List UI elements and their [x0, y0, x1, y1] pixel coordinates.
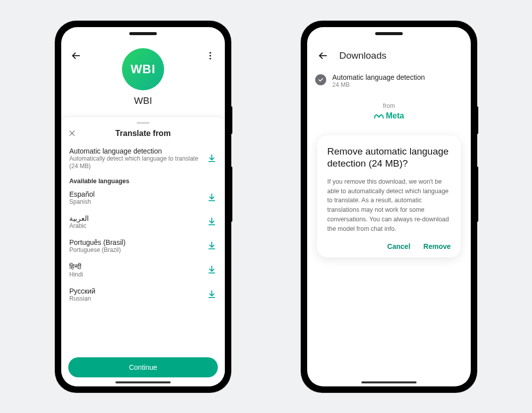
download-item-row[interactable]: Automatic language detection 24 MB — [307, 68, 471, 90]
language-native: Español — [69, 190, 207, 198]
back-arrow-icon[interactable] — [68, 48, 83, 63]
avatar: WBI — [122, 48, 164, 90]
from-label: from — [307, 102, 471, 109]
back-arrow-icon[interactable] — [315, 48, 330, 63]
language-english: Arabic — [69, 222, 207, 229]
phone-left: WBI WBI Translate from Automatic languag… — [55, 21, 231, 392]
cancel-button[interactable]: Cancel — [387, 242, 411, 250]
check-circle-icon — [315, 74, 326, 85]
language-row[interactable]: Русский Russian — [61, 283, 225, 307]
download-icon[interactable] — [207, 217, 217, 227]
downloads-topbar: Downloads — [307, 41, 471, 68]
language-english: Portuguese (Brazil) — [69, 246, 207, 253]
continue-button[interactable]: Continue — [68, 357, 218, 377]
gesture-bar — [361, 381, 417, 383]
available-languages-label: Available languages — [61, 175, 225, 186]
phone-right: Downloads Automatic language detection 2… — [301, 21, 477, 392]
profile-name: WBI — [61, 95, 225, 106]
svg-point-1 — [209, 52, 211, 53]
meta-brand-text: Meta — [386, 111, 404, 120]
remove-dialog: Remove automatic language detection (24 … — [317, 135, 461, 258]
auto-detect-title: Automatic language detection — [69, 147, 202, 155]
language-list: Español Spanish العربية Arabic — [61, 186, 225, 354]
download-icon[interactable] — [207, 290, 217, 300]
language-english: Hindi — [69, 271, 207, 278]
page-title: Downloads — [339, 50, 386, 61]
profile-block: WBI WBI — [61, 64, 225, 112]
download-icon[interactable] — [207, 193, 217, 203]
dialog-body: If you remove this download, we won't be… — [327, 177, 451, 234]
language-row[interactable]: Português (Brasil) Portuguese (Brazil) — [61, 234, 225, 258]
download-item-title: Automatic language detection — [332, 73, 425, 81]
gesture-bar — [115, 381, 171, 383]
dialog-title: Remove automatic language detection (24 … — [327, 146, 451, 170]
screen-downloads: Downloads Automatic language detection 2… — [307, 27, 471, 386]
language-native: Português (Brasil) — [69, 238, 207, 246]
remove-button[interactable]: Remove — [424, 242, 451, 250]
download-item-size: 24 MB — [332, 81, 425, 88]
language-native: हिन्दी — [69, 262, 207, 271]
svg-point-3 — [209, 58, 211, 59]
language-row[interactable]: हिन्दी Hindi — [61, 258, 225, 283]
from-block: from Meta — [307, 102, 471, 120]
auto-detect-row[interactable]: Automatic language detection Automatical… — [61, 143, 225, 175]
language-english: Spanish — [69, 198, 207, 205]
meta-brand: Meta — [307, 111, 471, 120]
auto-detect-subtitle: Automatically detect which language to t… — [69, 155, 202, 171]
language-english: Russian — [69, 295, 207, 302]
language-native: العربية — [69, 214, 207, 222]
sheet-grab-handle[interactable] — [137, 122, 150, 124]
svg-point-2 — [209, 55, 211, 56]
download-icon[interactable] — [207, 241, 217, 251]
language-row[interactable]: العربية Arabic — [61, 210, 225, 234]
screen-translate: WBI WBI Translate from Automatic languag… — [61, 27, 225, 386]
translate-sheet: Translate from Automatic language detect… — [61, 116, 225, 386]
download-icon[interactable] — [207, 154, 217, 164]
more-vert-icon[interactable] — [203, 48, 218, 63]
sheet-title: Translate from — [68, 129, 218, 138]
language-native: Русский — [69, 287, 207, 295]
language-row[interactable]: Español Spanish — [61, 186, 225, 210]
meta-logo-icon — [374, 112, 384, 119]
download-icon[interactable] — [207, 265, 217, 275]
